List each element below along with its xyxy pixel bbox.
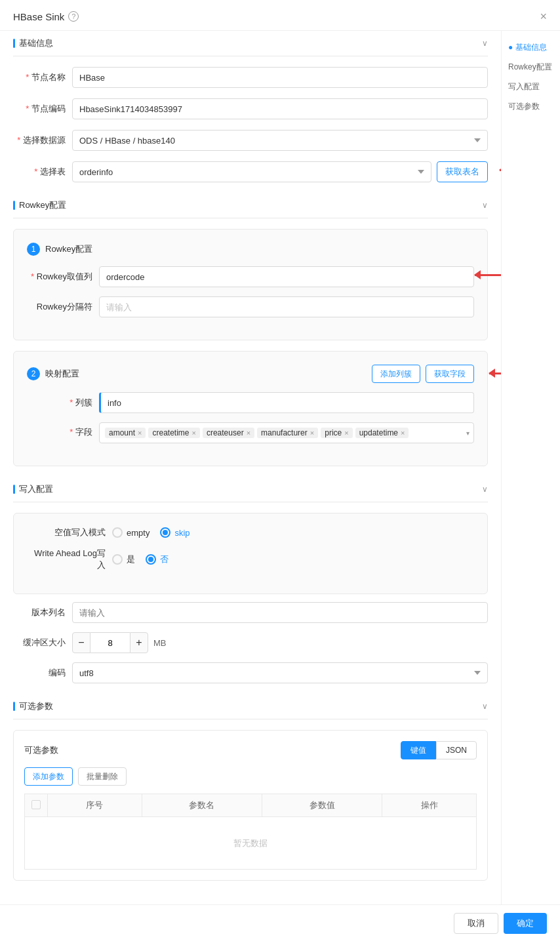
confirm-button[interactable]: 确定 [504, 913, 547, 934]
datasource-label: 选择数据源 [13, 134, 72, 146]
param-select-all-checkbox[interactable] [31, 800, 41, 809]
mapping-title-row: 2 映射配置 [27, 367, 79, 380]
null-write-skip-radio[interactable] [160, 527, 170, 538]
wal-yes[interactable]: 是 [112, 554, 135, 565]
node-name-label: 节点名称 [13, 71, 72, 83]
param-header-name: 参数名 [142, 794, 262, 817]
node-code-input[interactable] [72, 98, 488, 119]
rowkey-card-title: Rowkey配置 [45, 243, 92, 255]
content-area: 基础信息 ∨ 节点名称 节点编码 选择数据源 [0, 31, 501, 904]
wal-no-radio[interactable] [146, 554, 156, 565]
rowkey-col-input[interactable] [99, 266, 474, 287]
null-write-empty-label: empty [127, 528, 150, 538]
buffer-size-label: 缓冲区大小 [13, 637, 72, 649]
json-view-button[interactable]: JSON [436, 741, 477, 759]
buffer-size-decrease[interactable]: − [72, 632, 90, 653]
rowkey-chevron[interactable]: ∨ [482, 201, 488, 210]
basic-info-header: 基础信息 ∨ [13, 31, 488, 56]
nav-item-write[interactable]: 写入配置 [508, 81, 553, 92]
param-empty-cell: 暂无数据 [25, 817, 477, 870]
mapping-title: 映射配置 [45, 368, 79, 380]
datasource-select[interactable]: ODS / HBase / hbase140 [72, 130, 488, 151]
rowkey-inner-card: 1 Rowkey配置 Rowkey取值列 3、配置Rowkey取值列 [13, 229, 488, 340]
wal-no[interactable]: 否 [146, 554, 169, 565]
datasource-select-wrapper: ODS / HBase / hbase140 [72, 130, 488, 151]
rowkey-title: Rowkey配置 [13, 199, 66, 211]
mapping-header: 2 映射配置 添加列簇 获取字段 4、配置列簇和字段 [27, 365, 474, 383]
version-col-label: 版本列名 [13, 607, 72, 618]
rowkey-section: Rowkey配置 ∨ 1 Rowkey配置 Rowkey取值列 [13, 193, 488, 466]
null-write-row: 空值写入模式 empty skip [27, 527, 474, 538]
col-family-input[interactable] [99, 392, 474, 413]
null-write-empty-radio[interactable] [112, 527, 123, 538]
help-icon[interactable]: ? [68, 11, 79, 22]
nav-item-basic[interactable]: 基础信息 [508, 41, 553, 53]
optional-params-chevron[interactable]: ∨ [482, 702, 488, 711]
wal-yes-radio[interactable] [112, 554, 123, 565]
write-config-chevron[interactable]: ∨ [482, 485, 488, 494]
add-col-family-button[interactable]: 添加列簇 [372, 365, 420, 383]
node-name-input[interactable] [72, 67, 488, 88]
rowkey-col-label: Rowkey取值列 [27, 271, 99, 283]
dialog-header: HBase Sink ? × [0, 0, 560, 31]
param-table-body: 暂无数据 [25, 817, 477, 870]
buffer-size-increase[interactable]: + [130, 632, 148, 653]
param-header-value: 参数值 [262, 794, 382, 817]
optional-params-section: 可选参数 ∨ 可选参数 键值 JSON 添加参数 批量删除 [13, 694, 488, 881]
wal-yes-label: 是 [127, 554, 135, 565]
get-field-button[interactable]: 获取字段 [426, 365, 474, 383]
param-empty-row: 暂无数据 [25, 817, 477, 870]
buffer-size-stepper: − + [72, 632, 148, 653]
tag-createuser: createuser × [203, 428, 254, 438]
null-write-empty[interactable]: empty [112, 527, 150, 538]
null-write-radio-group: empty skip [112, 527, 190, 538]
wal-row: Write Ahead Log写入 是 否 [27, 548, 474, 571]
rowkey-step: 1 [27, 243, 40, 256]
fields-tag-input[interactable]: amount × createtime × createuser × manuf… [99, 422, 474, 443]
optional-action-row: 添加参数 批量删除 [24, 767, 477, 786]
nav-item-optional[interactable]: 可选参数 [508, 100, 553, 112]
null-write-label: 空值写入模式 [27, 527, 112, 538]
param-table-head: 序号 参数名 参数值 操作 [25, 794, 477, 817]
basic-info-section: 基础信息 ∨ 节点名称 节点编码 选择数据源 [13, 31, 488, 182]
batch-delete-button[interactable]: 批量删除 [78, 767, 127, 786]
encoding-row: 编码 utf8 [13, 662, 488, 683]
encoding-select[interactable]: utf8 [72, 662, 488, 683]
write-config-section: 写入配置 ∨ 空值写入模式 empty [13, 477, 488, 683]
rowkey-sep-input[interactable] [99, 296, 474, 317]
encoding-label: 编码 [13, 667, 72, 679]
buffer-size-row: 缓冲区大小 − + MB [13, 632, 488, 653]
get-table-button[interactable]: 获取表名 [437, 161, 488, 182]
col-family-row: 列簇 [27, 392, 474, 413]
fields-dropdown-icon[interactable]: ▾ [466, 430, 470, 437]
write-config-inner-card: 空值写入模式 empty skip [13, 513, 488, 594]
cancel-button[interactable]: 取消 [454, 913, 498, 934]
param-table: 序号 参数名 参数值 操作 暂无数据 [24, 794, 477, 870]
add-param-button[interactable]: 添加参数 [24, 767, 73, 786]
basic-info-chevron[interactable]: ∨ [482, 39, 488, 48]
rowkey-sep-row: Rowkey分隔符 [27, 296, 474, 317]
version-col-input[interactable] [72, 602, 488, 623]
optional-params-title: 可选参数 [13, 700, 53, 712]
null-write-skip-label: skip [174, 528, 190, 538]
datasource-row: 选择数据源 ODS / HBase / hbase140 1、选择数据源 [13, 130, 488, 151]
mapping-buttons: 添加列簇 获取字段 4、配置列簇和字段 [372, 365, 474, 383]
node-code-row: 节点编码 [13, 98, 488, 119]
rowkey-col-row: Rowkey取值列 3、配置Rowkey取值列 [27, 266, 474, 287]
title-text: HBase Sink [13, 11, 64, 22]
close-button[interactable]: × [540, 10, 547, 22]
rowkey-header: Rowkey配置 ∨ [13, 193, 488, 218]
tag-manufacturer: manufacturer × [257, 428, 318, 438]
node-code-label: 节点编码 [13, 103, 72, 115]
null-write-skip[interactable]: skip [160, 527, 190, 538]
wal-radio-group: 是 否 [112, 554, 169, 565]
optional-toolbar: 可选参数 键值 JSON [24, 741, 477, 759]
dialog: HBase Sink ? × 基础信息 ∨ 节点名称 节点编码 [0, 0, 560, 947]
mapping-step: 2 [27, 367, 40, 380]
right-nav: 基础信息 Rowkey配置 写入配置 可选参数 [501, 31, 560, 904]
nav-item-rowkey[interactable]: Rowkey配置 [508, 61, 553, 73]
kv-view-button[interactable]: 键值 [401, 741, 436, 759]
table-select[interactable]: orderinfo [72, 161, 431, 182]
buffer-size-input[interactable] [90, 632, 130, 653]
rowkey-sep-label: Rowkey分隔符 [27, 301, 99, 313]
